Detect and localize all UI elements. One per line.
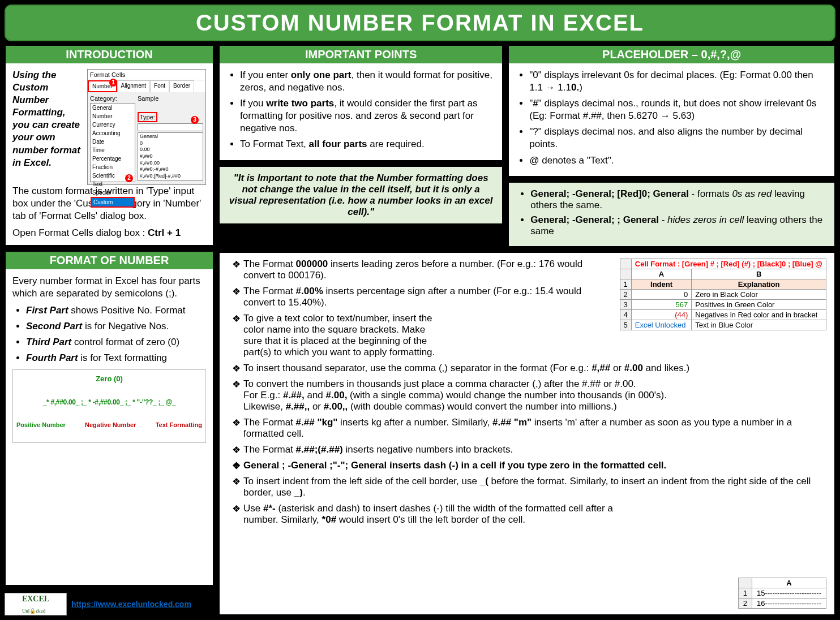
card-placeholder: PLACEHOLDER – 0,#,?,@ "0" displays irrel… bbox=[508, 45, 835, 177]
diagram-zero-label: Zero (0) bbox=[15, 374, 203, 384]
tip-item: The Format #.##;(#.##) inserts negative … bbox=[232, 444, 826, 455]
footer-link[interactable]: https://www.excelunlocked.com bbox=[71, 600, 191, 609]
format-diagram: Zero (0) _* #,##0.00_ ;_ * -#,##0.00_ ;_… bbox=[12, 369, 206, 443]
dialog-tabs: Number Alignment Font Border bbox=[88, 80, 205, 92]
table-row: 216----------------------- bbox=[738, 599, 826, 609]
sample-label: Sample bbox=[138, 94, 203, 102]
excel-unlocked-logo: EXCELUnl🔓cked bbox=[5, 593, 67, 615]
diagram-code: _* #,##0.00_ ;_ * -#,##0.00_ ;_ * "-"??_… bbox=[15, 398, 203, 407]
important-item-3: To Format Text, all four parts are requi… bbox=[240, 138, 495, 150]
dialog-title: Format Cells bbox=[88, 70, 205, 80]
callout-1: 1 bbox=[109, 79, 117, 87]
placeholder-item-2: "#" displays decimal nos., rounds it, bu… bbox=[529, 97, 828, 122]
format-part-3: Third Part control format of zero (0) bbox=[26, 336, 206, 348]
diagram-negative-label: Negative Number bbox=[85, 421, 136, 429]
placeholder-list: "0" displays irrelevant 0s for decimal p… bbox=[516, 69, 828, 167]
card-important: IMPORTANT POINTS If you enter only one p… bbox=[218, 45, 503, 161]
dialog-tab-alignment[interactable]: Alignment bbox=[117, 80, 150, 92]
type-label: Type: bbox=[138, 112, 157, 122]
tips-panel: Cell Format : [Green] # ; [Red] (#) ; [B… bbox=[218, 252, 835, 615]
intro-heading: INTRODUCTION bbox=[6, 46, 213, 63]
tip-item: To insert indent from the left side of t… bbox=[232, 476, 826, 498]
tip-item: To give a text color to text/number, ins… bbox=[232, 313, 436, 358]
tip-item: To insert thousand separator, use the co… bbox=[232, 363, 826, 374]
callout-2: 2 bbox=[125, 174, 133, 182]
tip-item: The Format 000000 inserts leading zeros … bbox=[232, 259, 826, 281]
dash-example-table: A 115----------------------- 216--------… bbox=[738, 578, 826, 609]
tip-item: General ; -General ;"-"; General inserts… bbox=[232, 460, 826, 471]
important-item-1: If you enter only one part, then it woul… bbox=[240, 69, 495, 94]
important-list: If you enter only one part, then it woul… bbox=[226, 69, 495, 151]
table-row: 5Excel UnlockedText in Blue Color bbox=[620, 320, 826, 330]
category-list[interactable]: General Number Currency Accounting Date … bbox=[90, 103, 135, 182]
important-heading: IMPORTANT POINTS bbox=[220, 46, 502, 63]
placeholder-note: General; -General; [Red]0; General - for… bbox=[508, 182, 835, 247]
table-row: 115----------------------- bbox=[738, 588, 826, 599]
format-cells-dialog: Format Cells Number Alignment Font Borde… bbox=[87, 69, 206, 185]
placeholder-note-2: General; -General; ; General - hides zer… bbox=[530, 214, 826, 237]
card-format-number: FORMAT OF NUMBER Every number format in … bbox=[5, 251, 214, 586]
formats-list[interactable]: General 0 0.00 #,##0 #,##0.00 #,##0;-#,#… bbox=[138, 132, 203, 181]
diagram-positive-label: Positive Number bbox=[16, 421, 66, 429]
intro-shortcut: Open Format Cells dialog box : Ctrl + 1 bbox=[12, 227, 206, 239]
tip-item: To convert the numbers in thousands just… bbox=[232, 378, 826, 412]
diagram-text-label: Text Formatting bbox=[156, 421, 202, 429]
dialog-tab-font[interactable]: Font bbox=[150, 80, 169, 92]
main-title-bar: CUSTOM NUMBER FORMAT IN EXCEL bbox=[5, 5, 835, 41]
placeholder-item-3: "?" displays decimal nos. and also align… bbox=[529, 126, 828, 150]
tip-item: Use #*- (asterisk and dash) to insert da… bbox=[232, 503, 628, 526]
placeholder-heading: PLACEHOLDER – 0,#,?,@ bbox=[509, 46, 834, 63]
placeholder-item-4: @ denotes a "Text". bbox=[529, 154, 828, 167]
format-part-1: First Part shows Positive No. Format bbox=[26, 304, 206, 317]
tip-item: The Format #.## "kg" inserts kg after a … bbox=[232, 417, 826, 440]
format-parts-list: First Part shows Positive No. Format Sec… bbox=[12, 304, 206, 364]
main-title: CUSTOM NUMBER FORMAT IN EXCEL bbox=[10, 10, 830, 36]
tip-item: The Format #.00% inserts percentage sign… bbox=[232, 286, 826, 308]
format-intro: Every number format in Excel has four pa… bbox=[12, 275, 206, 300]
placeholder-item-1: "0" displays irrelevant 0s for decimal p… bbox=[529, 69, 828, 94]
callout-3: 3 bbox=[191, 116, 199, 124]
category-label: Category: bbox=[90, 94, 135, 102]
footer: EXCELUnl🔓cked https://www.excelunlocked.… bbox=[5, 591, 214, 615]
table-row: 4(44)Negatives in Red color and in brack… bbox=[620, 309, 826, 320]
dialog-tab-border[interactable]: Border bbox=[169, 80, 194, 92]
important-note: "It is Important to note that the Number… bbox=[218, 166, 503, 225]
tips-list: The Format 000000 inserts leading zeros … bbox=[228, 259, 826, 526]
format-heading: FORMAT OF NUMBER bbox=[6, 252, 213, 269]
type-input[interactable] bbox=[138, 123, 203, 131]
card-introduction: INTRODUCTION Format Cells Number Alignme… bbox=[5, 45, 214, 246]
placeholder-note-1: General; -General; [Red]0; General - for… bbox=[530, 188, 826, 211]
format-part-4: Fourth Part is for Text formatting bbox=[26, 352, 206, 364]
important-item-2: If you write two parts, it would conside… bbox=[240, 97, 495, 135]
format-part-2: Second Part is for Negative Nos. bbox=[26, 320, 206, 333]
